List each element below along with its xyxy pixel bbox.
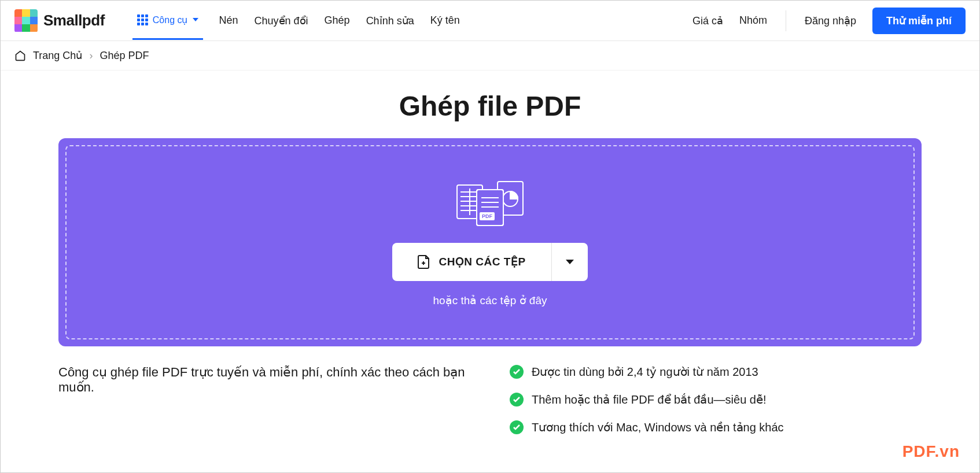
check-icon: [510, 365, 524, 379]
breadcrumb-separator: ›: [89, 50, 93, 62]
benefit-item: Tương thích với Mac, Windows và nền tảng…: [510, 420, 784, 434]
chevron-down-icon: [193, 18, 198, 21]
brand-name: Smallpdf: [43, 12, 105, 29]
nav-right: Giá cả Nhóm Đăng nhập Thử miễn phí: [692, 8, 966, 34]
features-section: Công cụ ghép file PDF trực tuyến và miễn…: [1, 346, 979, 434]
nav-edit[interactable]: Chỉnh sửa: [366, 2, 414, 40]
nav-pricing[interactable]: Giá cả: [692, 14, 723, 27]
benefit-text: Tương thích với Mac, Windows và nền tảng…: [532, 420, 784, 434]
breadcrumb-home[interactable]: Trang Chủ: [33, 49, 82, 62]
file-plus-icon: [418, 254, 430, 269]
choose-files-row: CHỌN CÁC TỆP: [392, 243, 587, 281]
dropzone-inner: PDF CHỌN CÁC TỆP hoặc thả các tệp ở đây: [65, 145, 915, 339]
choose-files-button[interactable]: CHỌN CÁC TỆP: [392, 243, 551, 281]
nav-tools-label: Công cụ: [153, 14, 188, 25]
check-icon: [510, 393, 524, 407]
nav-tools-dropdown[interactable]: Công cụ: [132, 2, 203, 40]
nav-sign[interactable]: Ký tên: [430, 2, 460, 39]
choose-files-label: CHỌN CÁC TỆP: [439, 255, 525, 268]
choose-files-more-button[interactable]: [551, 243, 588, 281]
benefit-text: Thêm hoặc thả file PDF để bắt đầu—siêu d…: [532, 393, 767, 407]
check-icon: [510, 420, 524, 434]
home-icon: [14, 50, 26, 61]
tagline: Công cụ ghép file PDF trực tuyến và miễn…: [58, 365, 475, 434]
header: Smallpdf Công cụ Nén Chuyển đổi Ghép Chỉ…: [1, 1, 979, 41]
chevron-down-icon: [566, 260, 574, 264]
drop-hint: hoặc thả các tệp ở đây: [433, 294, 547, 307]
nav-login[interactable]: Đăng nhập: [805, 14, 856, 27]
dropzone[interactable]: PDF CHỌN CÁC TỆP hoặc thả các tệp ở đây: [58, 138, 922, 346]
grid-icon: [137, 14, 148, 25]
watermark: PDF.vn: [902, 442, 960, 461]
nav-teams[interactable]: Nhóm: [739, 14, 767, 27]
divider: [786, 10, 786, 31]
benefit-item: Thêm hoặc thả file PDF để bắt đầu—siêu d…: [510, 393, 784, 407]
svg-text:PDF: PDF: [482, 213, 493, 219]
nav-left: Công cụ Nén Chuyển đổi Ghép Chỉnh sửa Ký…: [132, 2, 460, 40]
nav-compress[interactable]: Nén: [219, 2, 238, 39]
benefit-text: Được tin dùng bởi 2,4 tỷ người từ năm 20…: [532, 365, 758, 379]
try-free-button[interactable]: Thử miễn phí: [872, 8, 966, 34]
benefits-list: Được tin dùng bởi 2,4 tỷ người từ năm 20…: [510, 365, 784, 434]
breadcrumb-current: Ghép PDF: [100, 50, 149, 62]
page-title: Ghép file PDF: [1, 90, 979, 122]
logo-icon: [14, 9, 38, 32]
nav-merge[interactable]: Ghép: [325, 2, 350, 39]
files-icon: PDF: [452, 178, 528, 230]
nav-convert[interactable]: Chuyển đổi: [255, 2, 308, 40]
breadcrumb: Trang Chủ › Ghép PDF: [1, 41, 979, 71]
benefit-item: Được tin dùng bởi 2,4 tỷ người từ năm 20…: [510, 365, 784, 379]
dropzone-container: PDF CHỌN CÁC TỆP hoặc thả các tệp ở đây: [1, 138, 979, 346]
logo[interactable]: Smallpdf: [14, 9, 105, 32]
